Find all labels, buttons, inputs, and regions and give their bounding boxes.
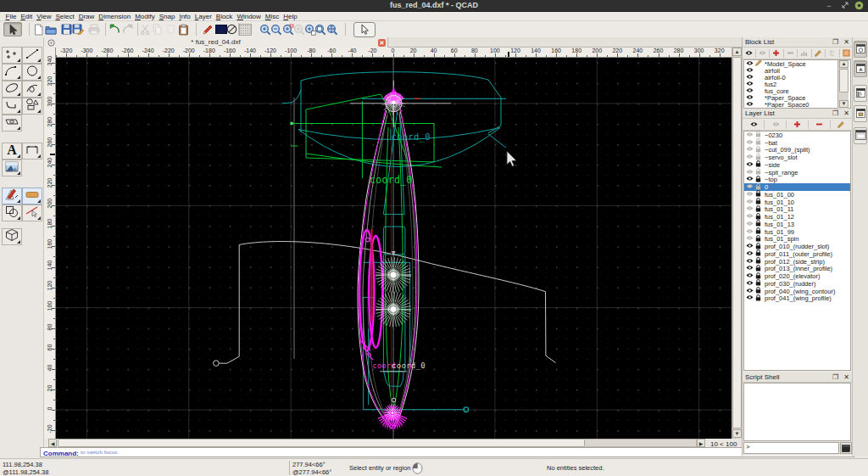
layer-visibility-eye-icon[interactable] [744, 199, 754, 206]
blocklist-scroll-down[interactable]: ▼ [839, 100, 849, 108]
layer-visibility-eye-icon[interactable] [744, 258, 754, 266]
grid-toggle-button[interactable] [240, 22, 252, 36]
hatch-tool-button[interactable] [2, 115, 22, 132]
layer-visibility-eye-icon[interactable] [744, 250, 754, 258]
paste-ref-button[interactable] [165, 22, 177, 36]
linetype-button[interactable] [226, 22, 238, 36]
add-block-button[interactable] [771, 48, 782, 59]
zoom-out-button[interactable] [271, 22, 283, 36]
point-tool-button[interactable] [2, 47, 22, 64]
menu-info[interactable]: Info [177, 13, 192, 20]
layer-list-item[interactable]: prof_041_(wing_profile) [744, 295, 850, 303]
menu-edit[interactable]: Edit [19, 13, 35, 20]
menu-misc[interactable]: Misc [263, 13, 281, 20]
script-input-field[interactable]: > [743, 442, 839, 454]
zoom-page-button[interactable] [315, 22, 327, 36]
blocklist-scroll-up[interactable]: ▲ [839, 60, 849, 68]
scroll-up-button[interactable]: ▲ [732, 48, 742, 56]
shape-tool-button[interactable] [22, 98, 42, 115]
scroll-down-button[interactable]: ▼ [732, 429, 742, 438]
close-panel-button[interactable]: ✕ [843, 373, 850, 381]
layer-visibility-eye-icon[interactable] [744, 183, 754, 191]
block-list-item[interactable]: *Paper_Space0 [744, 102, 850, 109]
close-button[interactable] [854, 1, 864, 9]
layer-visibility-eye-icon[interactable] [744, 288, 754, 295]
layer-visibility-eye-icon[interactable] [744, 280, 754, 288]
save-file-button[interactable] [61, 22, 73, 36]
script-output-area[interactable] [743, 383, 851, 441]
document-tab[interactable]: * fus_red_04.dxf ✕ [44, 37, 388, 48]
view-panel-toggle-button[interactable] [854, 127, 867, 144]
scroll-left-button[interactable]: ◀ [48, 439, 57, 447]
file-panel-toggle-button[interactable] [854, 105, 867, 122]
float-panel-button[interactable]: ❐ [832, 373, 839, 381]
spline-tool-button[interactable] [22, 81, 42, 98]
maximize-button[interactable] [840, 2, 850, 10]
undo-button[interactable] [108, 22, 120, 36]
layer-visibility-eye-icon[interactable] [744, 265, 754, 272]
layer-visibility-eye-icon[interactable] [744, 146, 754, 154]
show-all-layers-button[interactable] [748, 120, 760, 130]
menu-modify[interactable]: Modify [133, 13, 158, 20]
blocklist-scroll-thumb[interactable] [839, 69, 849, 92]
layer-visibility-eye-icon[interactable] [744, 243, 754, 250]
print-button[interactable] [88, 22, 100, 36]
close-panel-button[interactable]: ✕ [843, 109, 850, 117]
solid-fill-tool-button[interactable] [22, 188, 42, 204]
circle-tool-button[interactable] [22, 64, 42, 81]
hide-all-blocks-button[interactable] [757, 48, 769, 59]
sketch-tool-button[interactable] [2, 188, 22, 204]
redo-button[interactable] [122, 22, 134, 36]
save-as-button[interactable] [73, 22, 85, 36]
layer-visibility-eye-icon[interactable] [744, 221, 754, 228]
block-tree-button[interactable] [826, 48, 838, 59]
menu-draw[interactable]: Draw [76, 13, 97, 20]
script-shell-panel-title[interactable]: Script Shell❐✕ [743, 372, 852, 383]
command-history-toggle-button[interactable] [854, 85, 867, 102]
line-tool-button[interactable] [22, 47, 42, 64]
menu-snap[interactable]: Snap [157, 13, 177, 20]
zoom-previous-button[interactable] [294, 22, 306, 36]
hscroll-track[interactable] [585, 439, 697, 447]
layer-visibility-eye-icon[interactable] [744, 154, 754, 161]
box3d-tool-button[interactable] [2, 228, 22, 245]
block-list-item[interactable]: *Model_Space [744, 60, 850, 67]
layer-visibility-eye-icon[interactable] [744, 228, 754, 236]
hide-all-layers-button[interactable] [770, 120, 782, 130]
menu-view[interactable]: View [35, 13, 53, 20]
layer-visibility-eye-icon[interactable] [744, 294, 754, 302]
edit-layer-button[interactable] [835, 120, 847, 130]
draw-pref-button[interactable] [202, 22, 214, 36]
hscroll-thumb[interactable] [58, 439, 585, 447]
open-file-button[interactable] [45, 22, 57, 36]
layer-visibility-eye-icon[interactable] [744, 132, 754, 139]
command-line-input[interactable]: Command: to switch focus [40, 447, 854, 457]
paste-button[interactable] [178, 22, 190, 36]
float-panel-button[interactable]: ❐ [832, 38, 839, 46]
block-list-item[interactable]: airfoil-0 [744, 74, 850, 81]
close-panel-button[interactable]: ✕ [843, 38, 850, 46]
menu-file[interactable]: File [3, 13, 19, 20]
edit-block-button[interactable] [813, 48, 825, 59]
zoom-pan-button[interactable] [326, 22, 338, 36]
layer-visibility-eye-icon[interactable] [744, 139, 754, 147]
sort-blocks-button[interactable] [798, 48, 810, 59]
add-layer-button[interactable] [792, 120, 804, 130]
minimize-button[interactable]: − [824, 2, 834, 10]
zoom-in-button[interactable] [259, 22, 271, 36]
drawing-canvas[interactable]: coord_0coord_0coordcoord_0 [56, 58, 732, 439]
menu-help[interactable]: Help [281, 13, 299, 20]
layer-visibility-eye-icon[interactable] [744, 161, 754, 169]
ellipse-tool-button[interactable] [2, 81, 22, 98]
menu-block[interactable]: Block [214, 13, 235, 20]
cut-button[interactable] [140, 22, 152, 36]
dimension-tool-button[interactable] [22, 143, 42, 160]
layer-visibility-eye-icon[interactable] [744, 272, 754, 280]
layer-visibility-eye-icon[interactable] [744, 176, 754, 183]
layer-lock-icon[interactable] [754, 294, 763, 303]
text-tool-button[interactable]: A [2, 143, 22, 160]
menu-window[interactable]: Window [235, 13, 263, 20]
script-run-button[interactable] [840, 442, 852, 454]
menu-layer[interactable]: Layer [192, 13, 214, 20]
current-tool-button[interactable] [353, 22, 376, 37]
